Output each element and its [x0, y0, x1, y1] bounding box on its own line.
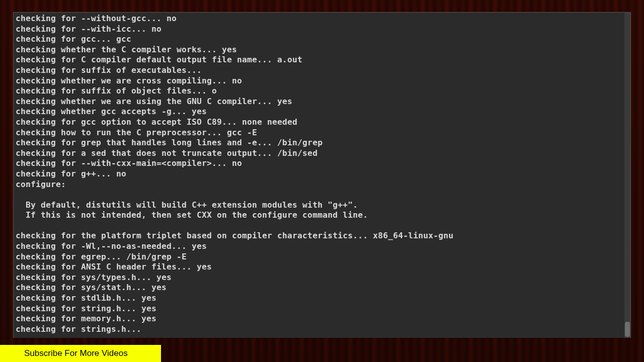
subscribe-banner-text: Subscribe For More Videos [24, 348, 128, 358]
terminal-window[interactable]: checking for --without-gcc... no checkin… [13, 12, 631, 338]
scrollbar-track[interactable] [624, 13, 630, 338]
desktop-background: checking for --without-gcc... no checkin… [0, 0, 644, 362]
subscribe-banner: Subscribe For More Videos [0, 345, 161, 362]
scrollbar-thumb[interactable] [625, 322, 630, 337]
terminal-output: checking for --without-gcc... no checkin… [14, 13, 624, 338]
